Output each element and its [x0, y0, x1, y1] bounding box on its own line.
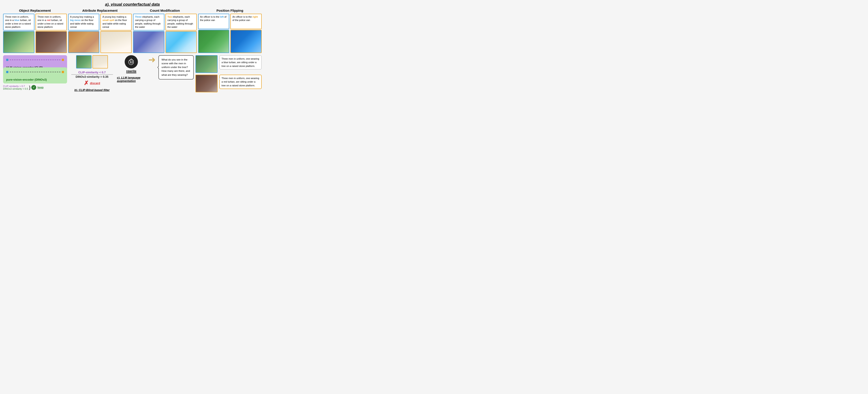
category-position-flipping-title: Position Flipping	[198, 9, 262, 12]
category-object-replacement: Object Replacement Three men in uniform,…	[3, 9, 67, 53]
attribute-replacement-img-2	[100, 31, 132, 53]
checkmark-icon: ✓	[31, 85, 36, 90]
position-flipping-col-1: An officer is to the left of the police …	[198, 14, 229, 53]
result1-blue-word: blue	[223, 61, 228, 64]
rewrite-label: rewrite	[126, 69, 136, 73]
position-flipping-pair: An officer is to the left of the police …	[198, 14, 262, 53]
part-a-vlm: VLM-vision-encoder (CLIP) pure-vision-en…	[3, 55, 67, 100]
dino-dot-blue	[6, 71, 8, 73]
category-count-modification: Count Modification Three elephants, each…	[133, 9, 197, 53]
part-b-img-orange	[92, 55, 108, 68]
category-attribute-replacement: Attribute Replacement A young boy making…	[68, 9, 132, 53]
svg-point-0	[130, 61, 132, 63]
sim-keep-labels: CLIP-similarity > 0.7 DINOv2-similarity …	[3, 85, 28, 90]
result-img-2	[195, 75, 218, 92]
two-word: Two	[167, 16, 172, 18]
part-b-label: b). CLIP-Blind-based filter	[74, 88, 110, 92]
object-replacement-col-2: Three men in uniform, one in a red turba…	[35, 14, 67, 53]
arrow-right-icon: ➜	[148, 55, 156, 64]
dino-sim-label: DINOv2-similarity = 0.35	[76, 75, 108, 78]
count-modification-img-2	[165, 31, 197, 53]
clip-dashed-line	[10, 60, 60, 60]
checkmark-keep: ✓ keep	[31, 85, 43, 90]
result-img-1	[195, 55, 218, 73]
bottom-section: VLM-vision-encoder (CLIP) pure-vision-en…	[3, 55, 262, 100]
main-container: a). visual counterfactual data Object Re…	[0, 0, 265, 102]
top-section: Object Replacement Three men in uniform,…	[3, 9, 262, 53]
position-flipping-img-2	[230, 30, 262, 53]
clip-sim-low-label: CLIP-similarity > 0.7	[3, 85, 25, 87]
category-count-modification-title: Count Modification	[133, 9, 197, 12]
keep-label: keep	[37, 86, 43, 89]
result-caption-1: Three men in uniform, one wearing a blue…	[219, 55, 262, 70]
arrow-container: ➜	[148, 55, 156, 64]
attribute-replacement-col-1: A young boy making a big mess on the flo…	[68, 14, 99, 53]
x-mark-icon: ✗	[84, 80, 89, 87]
object-replacement-caption-1: Three men in uniform, one in a blue turb…	[3, 14, 34, 30]
discard-label: discard	[90, 82, 100, 85]
attribute-replacement-pair: A young boy making a big mess on the flo…	[68, 14, 132, 53]
object-replacement-pair: Three men in uniform, one in a blue turb…	[3, 14, 67, 53]
category-position-flipping: Position Flipping An officer is to the l…	[198, 9, 262, 53]
blue-word-1: blue	[14, 19, 20, 22]
clip-dot-blue	[6, 59, 8, 61]
right-word: right	[252, 16, 258, 18]
count-modification-col-1: Three elephants, each carrying a group o…	[133, 14, 164, 53]
part-c-label-text: c). LLM language augmentation	[117, 76, 140, 83]
red-word-1: red	[47, 19, 51, 22]
openai-icon	[125, 55, 138, 68]
object-replacement-caption-2: Three men in uniform, one in a red turba…	[35, 14, 67, 30]
llm-question-text: What do you see in the scene with the me…	[161, 58, 190, 76]
count-modification-pair: Three elephants, each carrying a group o…	[133, 14, 197, 53]
part-b-img-blue	[76, 55, 92, 68]
part-b-clip-filter: CLIP-similarity < 0.7 DINOv2-similarity …	[69, 55, 115, 92]
sim-labels-bottom: CLIP-similarity > 0.7 DINOv2-similarity …	[3, 85, 67, 90]
result-col: Three men in uniform, one wearing a blue…	[195, 55, 262, 92]
result-item-1: Three men in uniform, one wearing a blue…	[195, 55, 262, 73]
position-flipping-col-2: An officer is to the right of the police…	[230, 14, 262, 53]
speech-bubble: What do you see in the scene with the me…	[158, 55, 194, 80]
dino-dot-orange	[62, 71, 64, 73]
attribute-replacement-col-2: A young boy making a small spill on the …	[100, 14, 132, 53]
dino-dots-row	[6, 71, 64, 73]
count-modification-caption-1: Three elephants, each carrying a group o…	[133, 14, 164, 30]
clip-sim-label: CLIP-similarity < 0.7	[78, 71, 106, 74]
part-c-label: c). LLM language augmentation	[117, 76, 146, 83]
category-attribute-replacement-title: Attribute Replacement	[68, 9, 132, 12]
position-flipping-caption-1: An officer is to the left of the police …	[198, 14, 229, 29]
position-flipping-img-1	[198, 30, 229, 53]
object-replacement-col-1: Three men in uniform, one in a blue turb…	[3, 14, 34, 53]
count-modification-col-2: Two elephants, each carrying a group of …	[165, 14, 197, 53]
clip-dot-orange	[62, 59, 64, 61]
category-object-replacement-title: Object Replacement	[3, 9, 67, 12]
position-flipping-caption-2: An officer is to the right of the police…	[230, 14, 262, 29]
part-b-label-text: b). CLIP-Blind-based filter	[74, 88, 110, 92]
c-label-container: c). LLM language augmentation	[117, 75, 146, 83]
discard-area: ✗ discard	[84, 80, 100, 87]
object-replacement-img-2	[35, 31, 67, 53]
attribute-replacement-caption-2: A young boy making a small spill on the …	[100, 14, 132, 30]
three-word: Three	[135, 16, 142, 18]
openai-svg	[127, 58, 135, 66]
count-modification-caption-2: Two elephants, each carrying a group of …	[165, 14, 197, 30]
dino-dashed-line	[10, 72, 60, 72]
main-title: a). visual counterfactual data	[3, 2, 262, 7]
result-caption-2: Three men in uniform, one wearing a red …	[219, 75, 262, 89]
left-word: left	[220, 16, 224, 18]
small-spill-word: small spill	[102, 19, 114, 22]
brace-icon: }	[29, 85, 30, 90]
result2-red-word: red	[223, 80, 227, 83]
dino-sim-low-label: DINOv2-similarity < 0.5	[3, 87, 28, 90]
big-mess-word: big mess	[70, 19, 81, 22]
attribute-replacement-caption-1: A young boy making a big mess on the flo…	[68, 14, 99, 30]
title-text: a). visual counterfactual data	[105, 2, 160, 7]
object-replacement-img-1	[3, 31, 34, 53]
vlm-dino-box: pure-vision-encoder (DINOv2)	[3, 67, 67, 83]
llm-center: rewrite c). LLM language augmentation	[117, 55, 146, 83]
attribute-replacement-img-1	[68, 31, 99, 53]
keep-row: CLIP-similarity > 0.7 DINOv2-similarity …	[3, 85, 67, 90]
part-c-llm: rewrite c). LLM language augmentation ➜ …	[117, 55, 262, 92]
result-item-2: Three men in uniform, one wearing a red …	[195, 75, 262, 92]
vlm-dino-label: pure-vision-encoder (DINOv2)	[6, 78, 64, 81]
count-modification-img-1	[133, 31, 164, 53]
